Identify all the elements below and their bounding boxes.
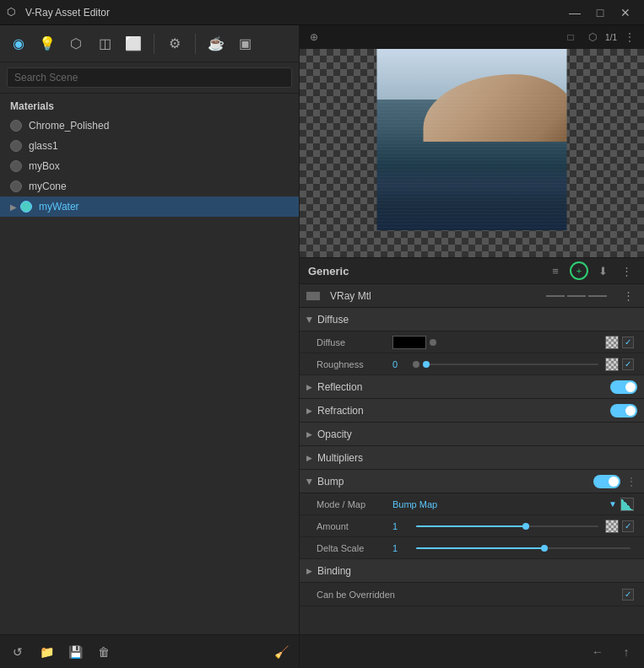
forward-arrow-button[interactable]: ↑ xyxy=(615,641,637,663)
binding-chevron-icon: ▶ xyxy=(306,567,312,575)
material-dot xyxy=(10,160,22,172)
broom-icon[interactable]: 🧹 xyxy=(270,641,292,663)
amount-slider[interactable] xyxy=(416,525,598,527)
delta-scale-label: Delta Scale xyxy=(317,543,392,553)
roughness-value-area: 0 xyxy=(392,358,634,371)
roughness-handle[interactable] xyxy=(423,361,430,368)
sphere-icon[interactable]: ◉ xyxy=(7,32,30,56)
maximize-button[interactable]: □ xyxy=(588,4,612,21)
section-multipliers[interactable]: ▶ Multipliers xyxy=(300,446,644,470)
material-dot xyxy=(10,180,22,192)
filter-icon[interactable]: ≡ xyxy=(546,261,565,280)
main-layout: ◉ 💡 ⬡ ◫ ⬜ ⚙ ☕ ▣ Materials Chrome_Polishe… xyxy=(0,25,644,668)
roughness-slider[interactable] xyxy=(426,364,598,365)
diffuse-color-swatch[interactable] xyxy=(392,336,426,349)
gear-icon[interactable]: ⚙ xyxy=(163,32,187,56)
diffuse-label: Diffuse xyxy=(317,314,349,326)
opacity-chevron-icon: ▶ xyxy=(306,430,312,439)
delta-scale-slider[interactable] xyxy=(416,547,630,549)
delta-scale-fill xyxy=(416,547,544,549)
toolbar-divider xyxy=(154,34,154,54)
title-bar: ⬡ V-Ray Asset Editor — □ ✕ xyxy=(0,0,644,25)
section-reflection[interactable]: ▶ Reflection xyxy=(300,375,644,399)
list-item[interactable]: myBox xyxy=(0,156,299,176)
section-binding[interactable]: ▶ Binding xyxy=(300,559,644,583)
search-input[interactable] xyxy=(7,67,292,88)
section-opacity[interactable]: ▶ Opacity xyxy=(300,423,644,446)
vray-mtl-line xyxy=(546,295,565,297)
reflection-toggle[interactable] xyxy=(610,380,637,394)
section-bump[interactable]: ▶ Bump ⋮ xyxy=(300,470,644,493)
list-item[interactable]: glass1 xyxy=(0,136,299,156)
preview-icons-right: □ ⬡ 1/1 ⋮ xyxy=(561,28,639,46)
vray-mtl-name: VRay Mtl xyxy=(330,290,541,302)
roughness-row: Roughness 0 xyxy=(300,353,644,375)
amount-value-area: 1 xyxy=(392,520,634,533)
add-circle-icon[interactable]: + xyxy=(570,261,588,280)
properties-more-icon[interactable]: ⋮ xyxy=(617,261,636,280)
properties-panel: Generic ≡ + ⬇ ⋮ VRay Mtl ⋮ ▶ xyxy=(300,257,644,634)
multipliers-label: Multipliers xyxy=(317,452,363,464)
right-panel: ⊕ □ ⬡ 1/1 ⋮ Generic ≡ + xyxy=(300,25,644,668)
close-button[interactable]: ✕ xyxy=(614,4,637,21)
mode-map-area: Bump Map ▼ xyxy=(392,498,634,511)
list-item-selected[interactable]: ▶ myWater xyxy=(0,197,299,217)
amount-handle[interactable] xyxy=(522,523,529,530)
refraction-chevron-icon: ▶ xyxy=(306,407,312,415)
preview-ratio: 1/1 xyxy=(605,33,617,42)
frame-icon[interactable]: ⬜ xyxy=(122,32,145,56)
diffuse-checkbox[interactable] xyxy=(622,337,634,348)
section-diffuse[interactable]: ▶ Diffuse xyxy=(300,308,644,331)
override-checkbox[interactable] xyxy=(622,589,634,601)
bump-more-icon[interactable]: ⋮ xyxy=(625,475,637,488)
diffuse-dot[interactable] xyxy=(430,339,436,346)
minimize-button[interactable]: — xyxy=(563,4,587,21)
mode-map-checker[interactable] xyxy=(620,498,634,511)
folder-icon[interactable]: 📁 xyxy=(35,641,57,663)
dune-shape xyxy=(424,74,567,142)
reflection-label: Reflection xyxy=(317,381,362,393)
cup-icon[interactable]: ☕ xyxy=(204,32,228,56)
roughness-value: 0 xyxy=(392,359,409,369)
delta-scale-row: Delta Scale 1 xyxy=(300,537,644,559)
roughness-checkbox[interactable] xyxy=(622,358,634,370)
bump-toggle[interactable] xyxy=(593,475,620,488)
save-icon[interactable]: 💾 xyxy=(64,641,86,663)
back-arrow-button[interactable]: ← xyxy=(587,641,609,663)
preview-more-icon[interactable]: ⋮ xyxy=(620,28,639,46)
download-icon[interactable]: ⬇ xyxy=(593,261,612,280)
mode-map-chevron-icon[interactable]: ▼ xyxy=(609,499,617,509)
override-label: Can be Overridden xyxy=(317,590,615,600)
lightbulb-icon[interactable]: 💡 xyxy=(35,32,59,56)
section-refraction[interactable]: ▶ Refraction xyxy=(300,399,644,423)
vray-mtl-color-bar xyxy=(306,292,320,300)
vray-mtl-more-icon[interactable]: ⋮ xyxy=(619,287,637,305)
preview-sphere-icon[interactable]: ⬡ xyxy=(583,28,602,46)
refresh-icon[interactable]: ↺ xyxy=(7,641,29,663)
diffuse-checker[interactable] xyxy=(605,336,619,349)
diffuse-value-area xyxy=(392,336,634,349)
title-bar-text: V-Ray Asset Editor xyxy=(25,7,563,19)
preview-square-icon[interactable]: □ xyxy=(561,28,580,46)
trash-icon[interactable]: 🗑 xyxy=(93,641,115,663)
layers-icon[interactable]: ◫ xyxy=(93,32,116,56)
monitor-icon[interactable]: ▣ xyxy=(233,32,257,56)
materials-section: Materials Chrome_Polished glass1 myBox m… xyxy=(0,94,299,634)
material-name: myBox xyxy=(29,160,60,172)
amount-checker[interactable] xyxy=(605,520,619,533)
roughness-checker[interactable] xyxy=(605,358,619,371)
delta-scale-handle[interactable] xyxy=(541,545,548,552)
cube-icon[interactable]: ⬡ xyxy=(64,32,88,56)
material-name-selected: myWater xyxy=(39,201,79,213)
refraction-toggle[interactable] xyxy=(610,404,637,418)
delta-scale-value: 1 xyxy=(392,543,409,553)
amount-checkbox[interactable] xyxy=(622,520,634,532)
preview-nav-icon[interactable]: ⊕ xyxy=(305,28,323,46)
roughness-dot[interactable] xyxy=(413,361,419,368)
left-panel: ◉ 💡 ⬡ ◫ ⬜ ⚙ ☕ ▣ Materials Chrome_Polishe… xyxy=(0,25,300,668)
list-item[interactable]: myCone xyxy=(0,176,299,197)
amount-label: Amount xyxy=(317,521,392,531)
window-controls: — □ ✕ xyxy=(563,4,637,21)
material-name: glass1 xyxy=(29,140,58,152)
list-item[interactable]: Chrome_Polished xyxy=(0,116,299,136)
